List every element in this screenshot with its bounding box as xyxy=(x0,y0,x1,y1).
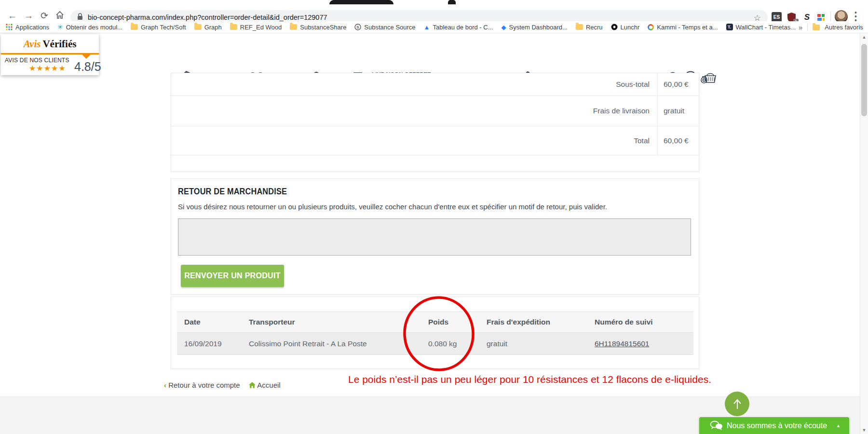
avis-verifies-widget[interactable]: Avis Vérifiés AVIS DE NOS CLIENTS ★★★★★ … xyxy=(1,34,99,75)
scrollbar-up-icon[interactable]: ▲ xyxy=(860,33,868,41)
bookmarks-right-cluster: » Autres favoris xyxy=(799,21,863,33)
extension-shield-icon[interactable]: 1 xyxy=(787,12,797,22)
bookmark-lunchr[interactable]: Lunchr xyxy=(611,24,640,31)
total-value: 60,00 € xyxy=(657,126,699,155)
bookmark-kammi[interactable]: Kammi - Temps et a... xyxy=(648,24,718,31)
col-numero-suivi: Numéro de suivi xyxy=(587,318,693,326)
total-row-total: Total 60,00 € xyxy=(171,126,699,155)
scrollbar-down-icon[interactable]: ▼ xyxy=(860,426,868,434)
bookmark-modules[interactable]: ✳ Obtenir des modul... xyxy=(57,23,122,31)
bookmark-applications[interactable]: Applications xyxy=(6,24,49,31)
chat-widget-bar[interactable]: Nous sommes à votre écoute ▲ xyxy=(699,417,849,434)
arrow-up-icon xyxy=(732,398,743,410)
bookmark-tableau-de-bord[interactable]: ▲ Tableau de bord - C... xyxy=(424,24,493,31)
home-icon xyxy=(249,382,256,388)
cell-date: 16/09/2019 xyxy=(177,339,242,348)
home-icon[interactable] xyxy=(55,10,65,22)
rating-stars: ★★★★★ xyxy=(29,64,66,73)
chevron-left-icon: ‹ xyxy=(164,381,168,389)
avis-caption: AVIS DE NOS CLIENTS xyxy=(5,57,69,64)
chat-label: Nous sommes à votre écoute xyxy=(727,421,827,430)
bookmarks-divider xyxy=(807,24,808,31)
total-row-shipping: Frais de livraison gratuit xyxy=(171,96,699,126)
reload-icon[interactable]: ⟳ xyxy=(41,11,48,21)
s-circle-icon: S xyxy=(354,24,361,30)
site-header: PRODUITS BIO CONCEPTORIGINE FRANCE GARAN… xyxy=(0,33,868,73)
page-scrollbar[interactable]: ▲ ▼ xyxy=(860,33,868,434)
total-row-subtotal: Sous-total 60,00 € xyxy=(171,73,699,96)
return-reason-textarea[interactable] xyxy=(178,218,691,256)
cart-basket-icon[interactable] xyxy=(700,71,717,86)
forward-icon[interactable]: → xyxy=(24,11,33,21)
navy-square-t-icon: T. xyxy=(726,24,733,30)
folder-icon xyxy=(131,24,138,30)
rating-value: 4.8/5 xyxy=(74,60,101,74)
return-merchandise-card: RETOUR DE MARCHANDISE Si vous désirez no… xyxy=(171,178,699,295)
blue-triangle-icon: ▲ xyxy=(424,24,430,31)
return-section-title: RETOUR DE MARCHANDISE xyxy=(178,187,287,197)
return-product-button[interactable]: RENVOYER UN PRODUIT xyxy=(181,265,284,287)
tracking-number-link[interactable]: 6H11894815601 xyxy=(595,339,650,348)
folder-icon xyxy=(230,24,237,30)
annotation-note: Le poids n’est-il pas un peu léger pour … xyxy=(348,374,711,385)
browser-tab-fragment xyxy=(448,0,456,4)
bookmark-graph[interactable]: Graph xyxy=(194,24,222,31)
back-to-account-link[interactable]: ‹ Retour à votre compte xyxy=(164,381,240,389)
apps-grid-icon xyxy=(6,24,13,30)
page: ← → ⟳ bio-concept-pharma.com/index.php?c… xyxy=(0,0,868,434)
folder-icon xyxy=(813,25,820,30)
chat-caret-icon: ▲ xyxy=(836,423,841,428)
col-date: Date xyxy=(177,318,242,326)
subtotal-label: Sous-total xyxy=(171,80,657,89)
teal-burst-icon: ✳ xyxy=(57,23,63,31)
folder-icon xyxy=(290,24,297,30)
cell-carrier: Colissimo Point Retrait - A La Poste xyxy=(242,339,421,348)
blue-diamond-icon: ◆ xyxy=(502,24,506,31)
bookmark-substance-source[interactable]: S Substance Source xyxy=(354,24,415,31)
lock-icon xyxy=(77,13,83,22)
scroll-top-button[interactable] xyxy=(725,392,749,416)
return-section-description: Si vous désirez nous retourner un ou plu… xyxy=(178,203,607,211)
bookmark-recru[interactable]: Recru xyxy=(576,24,603,31)
bookmark-substanceshare[interactable]: SubstanceShare xyxy=(290,24,346,31)
annotation-circle xyxy=(401,294,477,373)
extension-substance-icon[interactable]: S xyxy=(802,12,812,22)
orange-triangle xyxy=(82,54,91,59)
rainbow-ring-icon xyxy=(648,24,654,30)
avis-verifies-logo: Avis Vérifiés xyxy=(1,34,99,50)
browser-tab-fragment xyxy=(329,0,393,4)
col-transporteur: Transporteur xyxy=(242,318,421,326)
subtotal-value: 60,00 € xyxy=(657,73,699,95)
bookmarks-bar: Applications ✳ Obtenir des modul... Grap… xyxy=(0,21,868,33)
shipping-fee-value: gratuit xyxy=(657,96,699,126)
svg-text:S: S xyxy=(357,25,360,29)
other-favorites-label[interactable]: Autres favoris xyxy=(825,24,863,31)
bookmark-wallchart[interactable]: T. WallChart - Timetas... xyxy=(726,24,796,31)
shipping-fee-label: Frais de livraison xyxy=(171,107,657,115)
order-totals-card: Sous-total 60,00 € Frais de livraison gr… xyxy=(171,73,699,172)
bookmark-graph-tech[interactable]: Graph Tech/Soft xyxy=(131,24,186,31)
cell-shipping-cost: gratuit xyxy=(479,339,587,348)
bookmark-ref-ed-wood[interactable]: REF_Ed Wood xyxy=(230,24,282,31)
scrollbar-thumb[interactable] xyxy=(861,44,867,116)
folder-icon xyxy=(194,24,202,30)
chat-bubbles-icon xyxy=(710,420,723,431)
bookmarks-overflow-chevron[interactable]: » xyxy=(799,23,802,31)
black-dot-icon xyxy=(611,24,618,30)
back-icon[interactable]: ← xyxy=(8,11,17,21)
extension-es-icon[interactable]: ES xyxy=(772,12,782,22)
folder-icon xyxy=(576,24,583,30)
menu-kebab-icon[interactable]: ••• xyxy=(854,11,857,22)
total-label: Total xyxy=(171,136,657,145)
bookmark-system-dashboard[interactable]: ◆ System Dashboard... xyxy=(502,24,568,31)
url-text[interactable]: bio-concept-pharma.com/index.php?control… xyxy=(88,14,327,21)
browser-toolbar: ← → ⟳ bio-concept-pharma.com/index.php?c… xyxy=(0,4,868,22)
col-frais-expedition: Frais d'expédition xyxy=(479,318,587,326)
home-accueil-link[interactable]: Accueil xyxy=(249,381,281,389)
